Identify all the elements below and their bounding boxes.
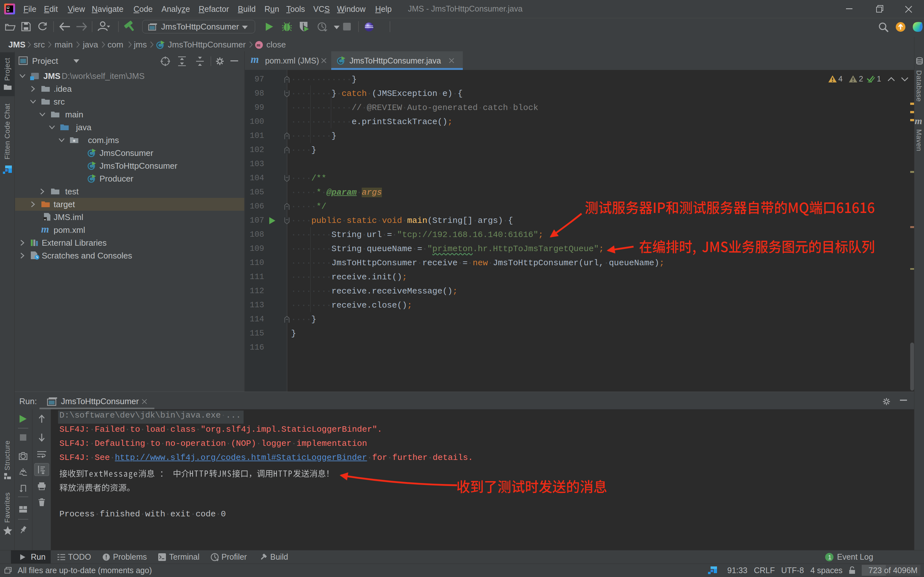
svg-text:m: m xyxy=(257,42,261,47)
svg-text:IJ: IJ xyxy=(7,6,9,10)
svg-text:1: 1 xyxy=(828,554,832,561)
